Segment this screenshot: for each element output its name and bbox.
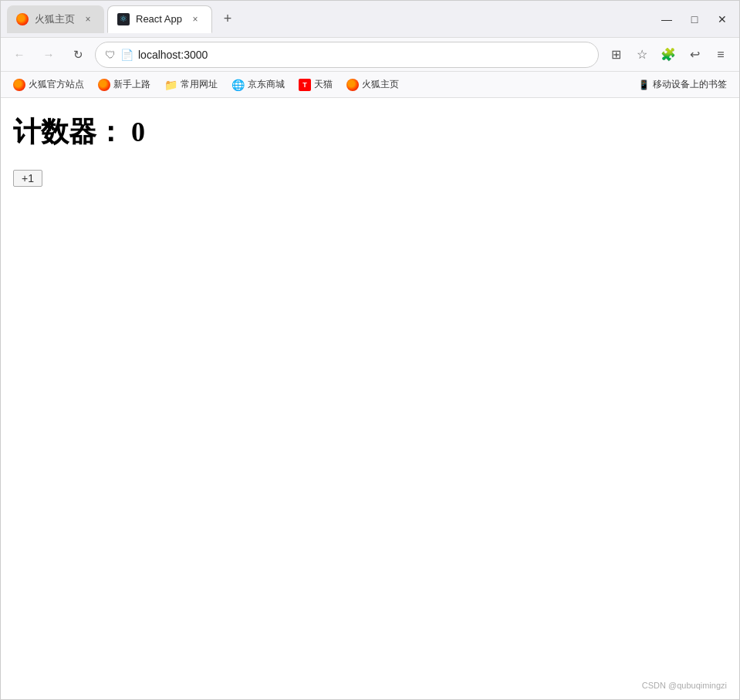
- browser-window: 火狐主页 × React App × + — □ ✕ ← → ↻ 🛡: [0, 0, 740, 700]
- firefox-tab-icon: [16, 13, 29, 25]
- tab-firefox-home-title: 火狐主页: [35, 12, 75, 26]
- bookmark-firefox-official-icon: [13, 79, 25, 91]
- mobile-bookmarks-item[interactable]: 📱 移动设备上的书签: [632, 75, 733, 94]
- title-bar: 火狐主页 × React App × + — □ ✕: [1, 1, 739, 38]
- grid-icon: ⊞: [611, 47, 621, 62]
- grid-icon-button[interactable]: ⊞: [603, 42, 628, 67]
- back-arrow-button[interactable]: ↩: [682, 42, 707, 67]
- refresh-button[interactable]: ↻: [66, 42, 90, 67]
- maximize-button[interactable]: □: [684, 8, 705, 30]
- hamburger-icon: ≡: [717, 48, 724, 62]
- bookmark-tmall-label: 天猫: [314, 78, 333, 91]
- bookmark-getting-started[interactable]: 新手上路: [92, 75, 157, 94]
- bookmark-common-sites[interactable]: 📁 常用网址: [158, 75, 224, 94]
- counter-label: 计数器：: [13, 117, 124, 147]
- puzzle-icon: 🧩: [661, 47, 676, 62]
- back-button[interactable]: ←: [7, 42, 32, 67]
- bookmark-tmall-icon: T: [299, 79, 311, 91]
- window-controls: — □ ✕: [656, 8, 733, 30]
- undo-icon: ↩: [690, 47, 700, 62]
- page-content: 计数器： 0 +1 CSDN @qubuqimingzi: [1, 98, 739, 699]
- bookmark-firefox-home[interactable]: 火狐主页: [340, 75, 405, 94]
- bookmarks-bar: 火狐官方站点 新手上路 📁 常用网址 🌐 京东商城 T 天猫 火狐主页 📱 移动…: [1, 72, 739, 98]
- back-icon: ←: [14, 48, 25, 61]
- address-input[interactable]: [138, 49, 589, 61]
- bookmark-jd-label: 京东商城: [248, 78, 285, 91]
- star-button[interactable]: ☆: [630, 42, 654, 67]
- tab-react-app-close[interactable]: ×: [188, 12, 202, 26]
- bookmark-firefox-official-label: 火狐官方站点: [29, 78, 84, 91]
- bookmark-jd-globe-icon: 🌐: [231, 79, 245, 91]
- shield-icon: 🛡: [105, 49, 116, 61]
- address-bar[interactable]: 🛡 📄: [95, 42, 599, 68]
- forward-icon: →: [43, 48, 55, 61]
- refresh-icon: ↻: [73, 48, 83, 62]
- tab-react-app[interactable]: React App ×: [107, 5, 212, 33]
- bookmarks-right: 📱 移动设备上的书签: [632, 75, 733, 94]
- bookmark-getting-started-icon: [98, 79, 110, 91]
- counter-heading: 计数器： 0: [13, 113, 727, 151]
- bookmark-common-sites-icon: 📁: [164, 79, 177, 91]
- mobile-icon: 📱: [638, 79, 650, 90]
- watermark: CSDN @qubuqimingzi: [642, 681, 727, 690]
- bookmark-jd[interactable]: 🌐 京东商城: [225, 75, 291, 94]
- counter-value: 0: [131, 117, 145, 147]
- new-tab-button[interactable]: +: [215, 7, 240, 32]
- increment-button[interactable]: +1: [13, 170, 42, 187]
- tab-firefox-home[interactable]: 火狐主页 ×: [7, 5, 104, 33]
- bookmark-tmall[interactable]: T 天猫: [292, 75, 339, 94]
- tab-react-app-title: React App: [136, 13, 182, 25]
- menu-button[interactable]: ≡: [708, 42, 733, 67]
- watermark-text: CSDN @qubuqimingzi: [642, 681, 727, 690]
- nav-right-controls: ⊞ ☆ 🧩 ↩ ≡: [603, 42, 733, 67]
- mobile-bookmarks-label: 移动设备上的书签: [653, 78, 727, 91]
- nav-bar: ← → ↻ 🛡 📄 ⊞ ☆ 🧩 ↩ ≡: [1, 38, 739, 72]
- react-tab-icon: [117, 13, 130, 25]
- bookmark-common-sites-label: 常用网址: [181, 78, 218, 91]
- minimize-button[interactable]: —: [656, 8, 677, 30]
- bookmark-getting-started-label: 新手上路: [113, 78, 150, 91]
- bookmark-firefox-official[interactable]: 火狐官方站点: [7, 75, 90, 94]
- close-button[interactable]: ✕: [711, 8, 733, 30]
- star-icon: ☆: [637, 47, 647, 62]
- tab-firefox-home-close[interactable]: ×: [81, 12, 95, 26]
- extensions-button[interactable]: 🧩: [656, 42, 681, 67]
- forward-button[interactable]: →: [36, 42, 61, 67]
- bookmark-firefox-home-icon: [346, 79, 359, 91]
- page-icon: 📄: [120, 49, 133, 61]
- bookmark-firefox-home-label: 火狐主页: [362, 78, 399, 91]
